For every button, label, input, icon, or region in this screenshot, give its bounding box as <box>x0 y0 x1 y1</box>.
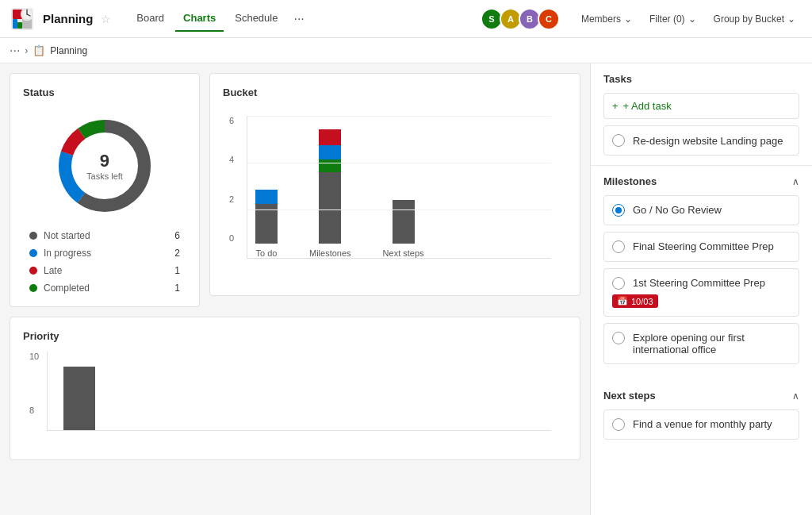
not-started-dot <box>29 232 37 240</box>
milestone-intl-office-text: Explore opening our first international … <box>633 332 791 356</box>
next-step-venue[interactable]: Find a venue for monthly party <box>603 409 799 440</box>
bar-milestones: Milestones <box>309 129 351 258</box>
task-checkbox-redesign[interactable] <box>612 134 625 147</box>
checkbox-intl-office[interactable] <box>612 332 625 344</box>
nav-charts[interactable]: Charts <box>175 6 224 32</box>
milestone-1st-steering-text: 1st Steering Committee Prep <box>633 277 791 289</box>
status-legend: Not started 6 In progress 2 Late 1 <box>23 230 186 294</box>
breadcrumb-separator: › <box>25 45 28 56</box>
next-step-venue-text: Find a venue for monthly party <box>633 418 791 430</box>
filter-button[interactable]: Filter (0) ⌄ <box>642 10 703 29</box>
tasks-header: Tasks <box>603 73 799 85</box>
plus-icon: + <box>612 100 619 112</box>
avatar-group: S A B C <box>481 8 560 30</box>
bucket-title: Bucket <box>223 86 567 98</box>
priority-chart-area <box>47 352 551 431</box>
header-nav: Board Charts Schedule ··· <box>128 6 308 32</box>
avatar-4[interactable]: C <box>538 8 560 30</box>
nav-board[interactable]: Board <box>128 6 172 32</box>
donut-label: Tasks left <box>86 171 123 181</box>
status-card: Status <box>10 73 200 307</box>
bucket-chart: 6 4 2 0 <box>223 108 567 282</box>
milestone-final-steering[interactable]: Final Steering Committee Prep <box>603 232 799 262</box>
bar-next-steps: Next steps <box>383 200 424 258</box>
legend-in-progress: In progress 2 <box>29 248 180 259</box>
in-progress-dot <box>29 249 37 257</box>
status-title: Status <box>23 86 186 98</box>
left-panel: Status <box>0 63 590 515</box>
next-steps-title: Next steps <box>603 390 656 402</box>
bucket-card: Bucket 6 4 2 0 <box>209 73 580 296</box>
task-item-redesign[interactable]: Re-design website Landing page <box>603 125 799 156</box>
tasks-title: Tasks <box>603 73 632 85</box>
milestone-final-steering-text: Final Steering Committee Prep <box>633 240 791 252</box>
header-controls: Members ⌄ Filter (0) ⌄ Group by Bucket ⌄ <box>574 10 802 29</box>
checkbox-1st-steering[interactable] <box>612 277 625 290</box>
late-dot <box>29 267 37 275</box>
priority-card: Priority 10 8 <box>10 317 580 460</box>
more-nav-button[interactable]: ··· <box>289 9 308 29</box>
donut-number: 9 <box>86 151 123 171</box>
milestones-collapse-button[interactable]: ∧ <box>792 176 799 187</box>
milestones-header: Milestones ∧ <box>603 175 799 187</box>
calendar-icon: 📅 <box>617 296 628 306</box>
add-task-button[interactable]: + + Add task <box>603 93 799 119</box>
next-steps-header: Next steps ∧ <box>603 390 799 402</box>
legend-completed: Completed 1 <box>29 282 180 294</box>
completed-dot <box>29 284 37 292</box>
legend-late: Late 1 <box>29 265 180 276</box>
priority-bar <box>63 367 95 430</box>
members-button[interactable]: Members ⌄ <box>574 10 639 29</box>
group-by-button[interactable]: Group by Bucket ⌄ <box>707 10 802 29</box>
partial-checkbox-go-no-go[interactable] <box>612 204 625 217</box>
legend-not-started: Not started 6 <box>29 230 180 241</box>
checkbox-venue[interactable] <box>612 418 625 431</box>
app-icon <box>10 6 35 32</box>
date-badge-1st-steering: 📅 10/03 <box>612 294 658 308</box>
breadcrumb: ··· › 📋 Planning <box>0 38 812 63</box>
bar-to-do: To do <box>255 190 278 258</box>
add-task-label: + Add task <box>623 100 672 112</box>
milestones-title: Milestones <box>603 175 657 187</box>
project-title: Planning <box>43 12 93 25</box>
milestone-go-no-go[interactable]: Go / No Go Review <box>603 195 799 225</box>
task-text-redesign: Re-design website Landing page <box>633 135 783 147</box>
breadcrumb-more[interactable]: ··· <box>10 44 20 58</box>
bucket-bars: To do Mil <box>247 116 551 258</box>
header: Planning ☆ Board Charts Schedule ··· S A… <box>0 0 812 38</box>
svg-rect-3 <box>13 19 17 29</box>
next-steps-section: Next steps ∧ Find a venue for monthly pa… <box>591 380 812 455</box>
main-layout: Status <box>0 63 812 515</box>
donut-chart: 9 Tasks left <box>23 114 186 217</box>
right-panel: Tasks + + Add task Re-design website Lan… <box>590 63 812 515</box>
priority-title: Priority <box>23 330 567 342</box>
milestones-section: Milestones ∧ Go / No Go Review Final Ste… <box>591 166 812 380</box>
milestone-1st-steering[interactable]: 1st Steering Committee Prep 📅 10/03 <box>603 268 799 317</box>
tasks-section: Tasks + + Add task Re-design website Lan… <box>591 63 812 166</box>
checkbox-final-steering[interactable] <box>612 240 625 253</box>
milestone-go-no-go-text: Go / No Go Review <box>633 204 791 216</box>
star-icon[interactable]: ☆ <box>101 13 111 25</box>
svg-rect-4 <box>17 22 22 29</box>
app-container: Planning ☆ Board Charts Schedule ··· S A… <box>0 0 812 515</box>
next-steps-collapse-button[interactable]: ∧ <box>792 390 799 402</box>
nav-schedule[interactable]: Schedule <box>227 6 285 32</box>
milestone-intl-office[interactable]: Explore opening our first international … <box>603 323 799 364</box>
breadcrumb-current[interactable]: Planning <box>50 45 87 56</box>
breadcrumb-icon: 📋 <box>33 44 45 56</box>
